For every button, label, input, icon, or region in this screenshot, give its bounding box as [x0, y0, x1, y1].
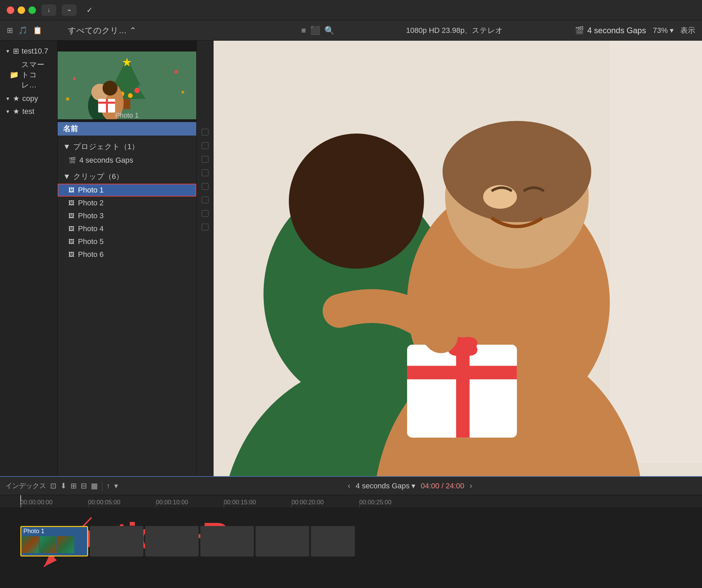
chevron-down-icon: ▼ — [5, 109, 10, 114]
grid-icon[interactable]: ≡ — [301, 26, 306, 35]
sidebar-item-smart[interactable]: 📁 スマートコレ… — [0, 58, 57, 92]
view-button[interactable]: 表示 — [680, 25, 695, 36]
toolbar-left: ⊞ 🎵 📋 — [7, 26, 61, 35]
checkbox-2[interactable] — [202, 142, 208, 149]
chevron-down-icon: ▼ — [5, 48, 10, 54]
checkbox-row-6[interactable] — [197, 193, 213, 207]
ruler-time-0: 00:00:00:00 — [20, 499, 53, 506]
star-icon: ★ — [13, 94, 20, 103]
browser-item-photo3[interactable]: 🖼 Photo 3 — [58, 209, 196, 222]
index-button[interactable]: インデックス — [5, 481, 46, 490]
checkbox-5[interactable] — [202, 183, 208, 190]
ruler-tick-5 — [359, 504, 360, 507]
clip-icon[interactable]: ⬛ — [310, 26, 320, 35]
maximize-button[interactable] — [28, 6, 36, 14]
svg-rect-48 — [456, 345, 470, 438]
star-icon-2: ★ — [13, 107, 20, 116]
gap-block-3 — [200, 526, 254, 556]
checkbox-row-2[interactable] — [197, 139, 213, 153]
sidebar-item-test[interactable]: ▼ ★ test — [0, 105, 57, 118]
key-button[interactable]: ⌁ — [62, 4, 77, 16]
svg-rect-21 — [610, 41, 702, 463]
clips-label: クリップ（6） — [73, 171, 123, 182]
timeline-content: option+R Photo 1 — [0, 507, 702, 588]
clip-view-icon[interactable]: ⊡ — [50, 482, 56, 490]
sidebar-item-library[interactable]: ▼ ⊞ test10.7 — [0, 45, 57, 58]
ruler-time-5: 00:00:25:00 — [359, 499, 392, 506]
grid-icon-tl[interactable]: ▦ — [91, 482, 98, 490]
zoom-icon[interactable]: ⊟ — [81, 482, 87, 490]
ruler-tick-4 — [292, 504, 292, 507]
ruler-tick-2 — [156, 504, 156, 507]
timeline-project-name[interactable]: 4 seconds Gaps ▾ — [356, 482, 415, 490]
library-label: すべてのクリ… — [68, 25, 127, 36]
next-nav-icon[interactable]: › — [470, 482, 472, 490]
sidebar-item-copy[interactable]: ▼ ★ copy — [0, 92, 57, 105]
close-button[interactable] — [7, 6, 14, 14]
minimize-button[interactable] — [18, 6, 25, 14]
photo-icon-2: 🖼 — [68, 200, 75, 207]
toolbar-library[interactable]: すべてのクリ… ⌃ — [68, 25, 295, 36]
checkbox-row-1[interactable] — [197, 125, 213, 139]
svg-rect-15 — [106, 99, 108, 113]
svg-point-17 — [174, 70, 178, 74]
checkbox-row-5[interactable] — [197, 180, 213, 193]
caret-icon[interactable]: ▾ — [114, 482, 118, 490]
checkbox-1[interactable] — [202, 129, 208, 136]
check-button[interactable]: ✓ — [82, 4, 97, 16]
checkbox-row-8[interactable] — [197, 220, 213, 234]
clapperboard-icon: 🎬 — [575, 26, 584, 35]
clip-thumbnails — [21, 535, 87, 555]
gap-block-1 — [90, 526, 143, 556]
item-label-photo5: Photo 5 — [78, 237, 104, 246]
library-caret-icon: ⌃ — [129, 26, 136, 35]
sidebar-copy-label: copy — [22, 94, 38, 103]
timeline-area: インデックス ⊡ ⬇ ⊞ ⊟ ▦ ↑ ▾ ‹ 4 seconds Gaps ▾ … — [0, 476, 702, 588]
checkbox-row-4[interactable] — [197, 166, 213, 180]
browser-header-text: 名前 — [63, 124, 78, 134]
svg-point-12 — [103, 81, 118, 96]
checkbox-row-7[interactable] — [197, 207, 213, 220]
browser-item-photo5[interactable]: 🖼 Photo 5 — [58, 235, 196, 248]
clapperboard-icon: 🎬 — [68, 157, 76, 164]
sidebar-library-label: test10.7 — [22, 47, 48, 56]
checkbox-6[interactable] — [202, 197, 208, 203]
timeline-track: Photo 1 — [20, 524, 702, 558]
checkbox-row-3[interactable] — [197, 153, 213, 166]
browser-item-photo2[interactable]: 🖼 Photo 2 — [58, 197, 196, 209]
browser-header: 名前 — [58, 122, 196, 136]
audio-icon[interactable]: ⊞ — [71, 482, 77, 490]
chevron-down-icon: ▼ — [5, 96, 10, 101]
svg-point-18 — [182, 91, 184, 94]
sidebar-smart-label: スマートコレ… — [21, 60, 52, 90]
toolbar-zoom[interactable]: 73% ▾ — [653, 26, 674, 35]
arrow-tool-icon[interactable]: ↑ — [106, 482, 110, 490]
item-label-gaps: 4 seconds Gaps — [79, 156, 133, 165]
browser-item-photo1[interactable]: 🖼 Photo 1 — [58, 184, 196, 197]
timeline-project-caret: ▾ — [412, 482, 415, 490]
clips-header: ▼ クリップ（6） — [58, 169, 196, 184]
format-label: 1080p HD 23.98p、ステレオ — [341, 25, 568, 36]
svg-point-6 — [135, 88, 140, 93]
ruler-tick-0 — [20, 504, 21, 507]
checkbox-4[interactable] — [202, 169, 208, 176]
clip-photo1[interactable]: Photo 1 — [20, 526, 88, 556]
timeline-project-label: 4 seconds Gaps — [356, 482, 409, 490]
browser-item-photo6[interactable]: 🖼 Photo 6 — [58, 248, 196, 261]
item-label-photo3: Photo 3 — [78, 211, 104, 220]
search-icon[interactable]: 🔍 — [324, 26, 335, 35]
board-icon[interactable]: 📋 — [33, 26, 42, 35]
prev-nav-icon[interactable]: ‹ — [348, 482, 350, 490]
checkbox-3[interactable] — [202, 156, 208, 163]
browser-item-photo4[interactable]: 🖼 Photo 4 — [58, 222, 196, 235]
sidebar-test-label: test — [22, 107, 34, 116]
browser-item-4sec-gaps[interactable]: 🎬 4 seconds Gaps — [58, 154, 196, 167]
timeline-view-icon[interactable]: ⬇ — [60, 482, 66, 490]
music-icon[interactable]: 🎵 — [18, 26, 27, 35]
checkbox-7[interactable] — [202, 210, 208, 217]
traffic-lights — [7, 6, 36, 14]
preview-label: Photo 1 — [115, 111, 139, 119]
library-icon[interactable]: ⊞ — [7, 26, 13, 35]
checkbox-8[interactable] — [202, 224, 208, 230]
back-button[interactable]: ↓ — [41, 4, 56, 16]
